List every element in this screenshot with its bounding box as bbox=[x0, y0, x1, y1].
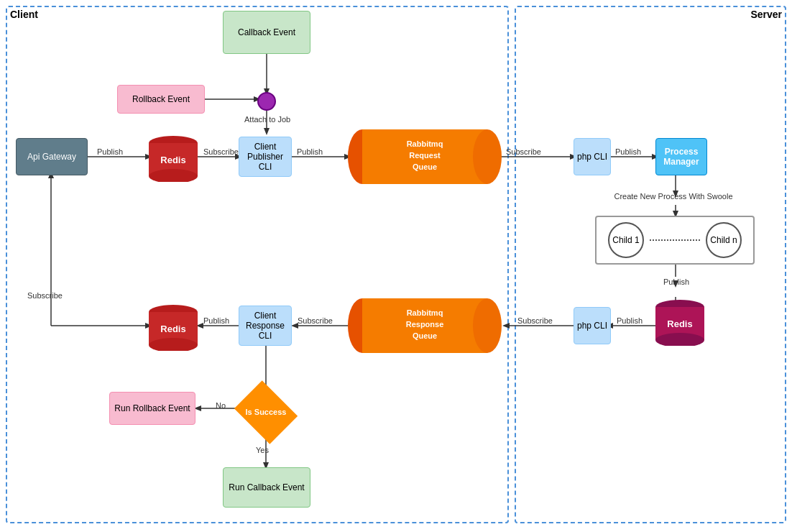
attach-to-job-label: Attach to Job bbox=[244, 115, 290, 124]
php-cli-bottom-box: php CLI bbox=[574, 307, 611, 344]
create-process-label: Create New Process With Swoole bbox=[598, 192, 749, 201]
yes-label: Yes bbox=[256, 446, 269, 454]
rabbitmq-response-svg: Rabbitmq Response Queue bbox=[348, 298, 502, 353]
svg-point-58 bbox=[473, 298, 502, 353]
child1-circle: Child 1 bbox=[608, 222, 644, 258]
subscribe-label-1: Subscribe bbox=[203, 147, 239, 156]
attach-to-job-node bbox=[257, 92, 276, 111]
childn-circle: Child n bbox=[706, 222, 742, 258]
redis-top-svg: Redis bbox=[149, 133, 198, 182]
run-callback-event-box: Run Callback Event bbox=[223, 467, 310, 508]
subscribe-label-2: Subscribe bbox=[506, 147, 541, 156]
is-success-diamond: Is Success bbox=[237, 390, 295, 434]
subscribe-label-3: Subscribe bbox=[298, 316, 333, 325]
svg-text:Response: Response bbox=[406, 320, 444, 329]
php-cli-top-box: php CLI bbox=[574, 138, 611, 175]
server-box bbox=[515, 6, 786, 523]
rabbitmq-request-svg: Rabbitmq Request Queue bbox=[348, 129, 502, 184]
svg-text:Queue: Queue bbox=[413, 331, 437, 340]
client-publisher-cli-box: Client Publisher CLI bbox=[239, 137, 292, 177]
redis-bottom-svg: Redis bbox=[149, 302, 198, 351]
client-label: Client bbox=[10, 9, 38, 20]
svg-point-48 bbox=[473, 129, 502, 184]
publish-label-srv: Publish bbox=[617, 316, 643, 325]
diagram-container: Client Server bbox=[0, 0, 792, 532]
server-label: Server bbox=[750, 9, 782, 20]
callback-event-box: Callback Event bbox=[223, 11, 310, 54]
client-response-cli-box: Client Response CLI bbox=[239, 306, 292, 346]
redis-server-top-svg: Redis bbox=[655, 297, 704, 346]
process-manager-box: Process Manager bbox=[655, 138, 707, 175]
subscribe-label-srv: Subscribe bbox=[517, 316, 553, 325]
children-box: Child 1 Child n bbox=[595, 216, 755, 265]
publish-child-label: Publish bbox=[663, 278, 689, 286]
run-rollback-event-box: Run Rollback Event bbox=[109, 392, 195, 425]
svg-text:Rabbitmq: Rabbitmq bbox=[407, 308, 443, 317]
subscribe-label-main: Subscribe bbox=[27, 291, 63, 300]
svg-text:Redis: Redis bbox=[667, 318, 692, 329]
svg-text:Redis: Redis bbox=[160, 155, 185, 165]
svg-text:Queue: Queue bbox=[413, 162, 437, 171]
no-label: No bbox=[216, 401, 226, 410]
svg-text:Rabbitmq: Rabbitmq bbox=[407, 139, 443, 148]
publish-label-1: Publish bbox=[97, 147, 123, 156]
svg-text:Redis: Redis bbox=[160, 324, 185, 334]
publish-label-4: Publish bbox=[203, 316, 229, 325]
dotted-separator bbox=[650, 239, 700, 241]
publish-label-3: Publish bbox=[615, 147, 641, 156]
api-gateway-box: Api Gateway bbox=[16, 138, 88, 175]
publish-label-2: Publish bbox=[297, 147, 323, 156]
rollback-event-box: Rollback Event bbox=[117, 85, 205, 114]
svg-text:Request: Request bbox=[409, 151, 441, 160]
